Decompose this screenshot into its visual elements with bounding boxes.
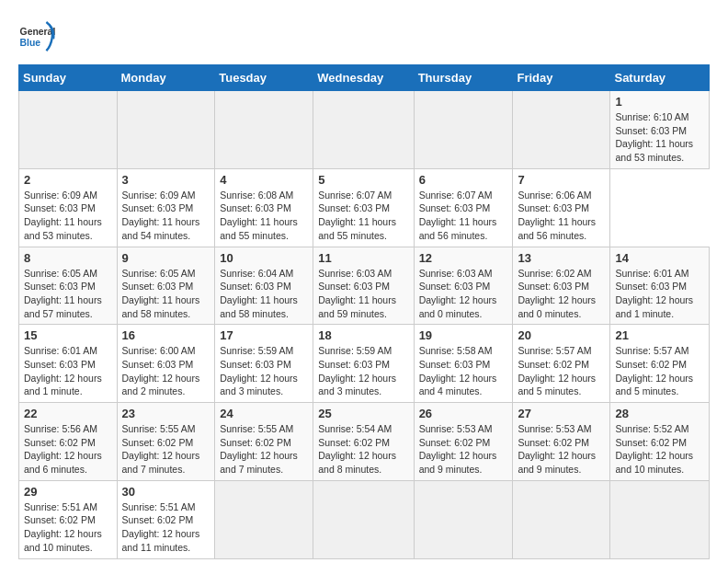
day-detail: Sunrise: 6:10 AMSunset: 6:03 PMDaylight:…	[615, 110, 704, 165]
calendar-cell-17: 17Sunrise: 5:59 AMSunset: 6:03 PMDayligh…	[215, 325, 313, 403]
day-detail: Sunrise: 5:55 AMSunset: 6:02 PMDaylight:…	[220, 422, 308, 477]
day-number: 6	[419, 173, 508, 187]
day-number: 21	[615, 328, 704, 342]
day-number: 16	[122, 328, 210, 342]
calendar-header-saturday: Saturday	[610, 65, 710, 91]
calendar-cell-empty	[414, 480, 513, 558]
calendar-week-5: 22Sunrise: 5:56 AMSunset: 6:02 PMDayligh…	[19, 403, 710, 481]
day-detail: Sunrise: 5:53 AMSunset: 6:02 PMDaylight:…	[419, 422, 508, 477]
day-detail: Sunrise: 5:52 AMSunset: 6:02 PMDaylight:…	[615, 422, 704, 477]
calendar-cell-1: 1Sunrise: 6:10 AMSunset: 6:03 PMDaylight…	[610, 91, 710, 169]
day-detail: Sunrise: 5:51 AMSunset: 6:02 PMDaylight:…	[122, 500, 210, 555]
calendar-cell-empty	[513, 91, 610, 169]
calendar-cell-empty	[215, 480, 313, 558]
day-detail: Sunrise: 6:09 AMSunset: 6:03 PMDaylight:…	[122, 189, 210, 243]
calendar-cell-empty	[610, 480, 710, 558]
day-detail: Sunrise: 6:00 AMSunset: 6:03 PMDaylight:…	[122, 344, 210, 398]
day-detail: Sunrise: 5:59 AMSunset: 6:03 PMDaylight:…	[318, 344, 408, 398]
logo: General Blue	[18, 18, 61, 55]
day-detail: Sunrise: 6:01 AMSunset: 6:03 PMDaylight:…	[24, 344, 112, 398]
calendar-week-4: 15Sunrise: 6:01 AMSunset: 6:03 PMDayligh…	[19, 325, 710, 403]
day-number: 19	[419, 328, 508, 342]
day-number: 7	[518, 173, 605, 187]
day-detail: Sunrise: 5:54 AMSunset: 6:02 PMDaylight:…	[318, 422, 408, 477]
calendar-week-2: 2Sunrise: 6:09 AMSunset: 6:03 PMDaylight…	[19, 168, 710, 247]
day-detail: Sunrise: 5:55 AMSunset: 6:02 PMDaylight:…	[122, 422, 210, 477]
day-number: 30	[122, 485, 210, 499]
calendar-cell-25: 25Sunrise: 5:54 AMSunset: 6:02 PMDayligh…	[313, 403, 414, 481]
calendar-cell-10: 10Sunrise: 6:04 AMSunset: 6:03 PMDayligh…	[215, 247, 313, 325]
calendar-cell-15: 15Sunrise: 6:01 AMSunset: 6:03 PMDayligh…	[19, 325, 118, 403]
day-detail: Sunrise: 6:05 AMSunset: 6:03 PMDaylight:…	[122, 267, 210, 321]
calendar-cell-30: 30Sunrise: 5:51 AMSunset: 6:02 PMDayligh…	[117, 480, 215, 558]
calendar-cell-empty	[313, 480, 414, 558]
calendar-cell-23: 23Sunrise: 5:55 AMSunset: 6:02 PMDayligh…	[117, 403, 215, 481]
page-header: General Blue	[18, 18, 710, 55]
calendar-table: SundayMondayTuesdayWednesdayThursdayFrid…	[18, 64, 710, 559]
calendar-cell-24: 24Sunrise: 5:55 AMSunset: 6:02 PMDayligh…	[215, 403, 313, 481]
day-number: 25	[318, 407, 408, 420]
day-detail: Sunrise: 6:03 AMSunset: 6:03 PMDaylight:…	[318, 267, 408, 321]
day-number: 15	[24, 328, 112, 342]
day-number: 8	[24, 251, 112, 265]
calendar-cell-21: 21Sunrise: 5:57 AMSunset: 6:02 PMDayligh…	[610, 325, 710, 403]
day-detail: Sunrise: 6:09 AMSunset: 6:03 PMDaylight:…	[24, 189, 112, 243]
day-detail: Sunrise: 5:53 AMSunset: 6:02 PMDaylight:…	[518, 422, 605, 477]
calendar-header-thursday: Thursday	[414, 65, 513, 91]
calendar-cell-9: 9Sunrise: 6:05 AMSunset: 6:03 PMDaylight…	[117, 247, 215, 325]
calendar-cell-22: 22Sunrise: 5:56 AMSunset: 6:02 PMDayligh…	[19, 403, 118, 481]
day-detail: Sunrise: 5:58 AMSunset: 6:03 PMDaylight:…	[419, 344, 508, 398]
svg-text:Blue: Blue	[20, 38, 41, 48]
day-number: 20	[518, 328, 605, 342]
day-detail: Sunrise: 6:08 AMSunset: 6:03 PMDaylight:…	[220, 189, 308, 243]
day-detail: Sunrise: 5:51 AMSunset: 6:02 PMDaylight:…	[24, 500, 112, 555]
day-detail: Sunrise: 6:04 AMSunset: 6:03 PMDaylight:…	[220, 267, 308, 321]
day-number: 2	[24, 173, 112, 187]
day-number: 4	[220, 173, 308, 187]
calendar-cell-26: 26Sunrise: 5:53 AMSunset: 6:02 PMDayligh…	[414, 403, 513, 481]
day-detail: Sunrise: 6:03 AMSunset: 6:03 PMDaylight:…	[419, 267, 508, 321]
calendar-cell-18: 18Sunrise: 5:59 AMSunset: 6:03 PMDayligh…	[313, 325, 414, 403]
calendar-cell-empty	[117, 91, 215, 169]
calendar-header-tuesday: Tuesday	[215, 65, 313, 91]
calendar-week-1: 1Sunrise: 6:10 AMSunset: 6:03 PMDaylight…	[19, 91, 710, 169]
calendar-cell-14: 14Sunrise: 6:01 AMSunset: 6:03 PMDayligh…	[610, 247, 710, 325]
calendar-header-monday: Monday	[117, 65, 215, 91]
day-number: 27	[518, 407, 605, 420]
calendar-cell-11: 11Sunrise: 6:03 AMSunset: 6:03 PMDayligh…	[313, 247, 414, 325]
day-number: 23	[122, 407, 210, 420]
day-number: 18	[318, 328, 408, 342]
day-detail: Sunrise: 5:57 AMSunset: 6:02 PMDaylight:…	[615, 344, 704, 398]
day-detail: Sunrise: 6:05 AMSunset: 6:03 PMDaylight:…	[24, 267, 112, 321]
day-number: 12	[419, 251, 508, 265]
day-number: 13	[518, 251, 605, 265]
calendar-header-row: SundayMondayTuesdayWednesdayThursdayFrid…	[19, 65, 710, 91]
calendar-cell-13: 13Sunrise: 6:02 AMSunset: 6:03 PMDayligh…	[513, 247, 610, 325]
day-number: 17	[220, 328, 308, 342]
day-number: 24	[220, 407, 308, 420]
day-number: 14	[615, 251, 704, 265]
day-number: 5	[318, 173, 408, 187]
day-number: 29	[24, 485, 112, 499]
calendar-cell-empty	[313, 91, 414, 169]
calendar-header-wednesday: Wednesday	[313, 65, 414, 91]
calendar-cell-5: 5Sunrise: 6:07 AMSunset: 6:03 PMDaylight…	[313, 168, 414, 247]
day-detail: Sunrise: 6:02 AMSunset: 6:03 PMDaylight:…	[518, 267, 605, 321]
calendar-cell-8: 8Sunrise: 6:05 AMSunset: 6:03 PMDaylight…	[19, 247, 118, 325]
day-number: 11	[318, 251, 408, 265]
calendar-cell-16: 16Sunrise: 6:00 AMSunset: 6:03 PMDayligh…	[117, 325, 215, 403]
day-number: 26	[419, 407, 508, 420]
day-number: 3	[122, 173, 210, 187]
calendar-header-sunday: Sunday	[19, 65, 118, 91]
day-detail: Sunrise: 6:07 AMSunset: 6:03 PMDaylight:…	[419, 189, 508, 243]
calendar-header-friday: Friday	[513, 65, 610, 91]
calendar-cell-19: 19Sunrise: 5:58 AMSunset: 6:03 PMDayligh…	[414, 325, 513, 403]
calendar-cell-3: 3Sunrise: 6:09 AMSunset: 6:03 PMDaylight…	[117, 168, 215, 247]
day-detail: Sunrise: 5:57 AMSunset: 6:02 PMDaylight:…	[518, 344, 605, 398]
calendar-cell-12: 12Sunrise: 6:03 AMSunset: 6:03 PMDayligh…	[414, 247, 513, 325]
day-detail: Sunrise: 5:56 AMSunset: 6:02 PMDaylight:…	[24, 422, 112, 477]
day-number: 22	[24, 407, 112, 420]
day-number: 28	[615, 407, 704, 420]
calendar-cell-empty	[215, 91, 313, 169]
day-detail: Sunrise: 6:07 AMSunset: 6:03 PMDaylight:…	[318, 189, 408, 243]
